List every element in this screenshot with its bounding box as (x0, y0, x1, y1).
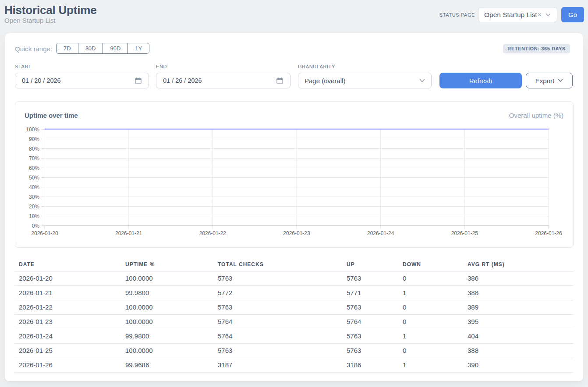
svg-text:2026-01-23: 2026-01-23 (283, 230, 310, 236)
svg-text:0%: 0% (32, 223, 40, 229)
svg-text:2026-01-22: 2026-01-22 (199, 230, 227, 236)
svg-text:2026-01-25: 2026-01-25 (451, 230, 478, 236)
svg-text:80%: 80% (29, 146, 39, 152)
svg-text:70%: 70% (29, 155, 39, 162)
svg-text:20%: 20% (29, 204, 39, 210)
svg-text:30%: 30% (29, 194, 39, 200)
svg-text:2026-01-26: 2026-01-26 (535, 230, 562, 236)
svg-text:50%: 50% (29, 175, 39, 181)
svg-text:2026-01-21: 2026-01-21 (115, 230, 142, 236)
svg-text:60%: 60% (29, 165, 39, 171)
svg-text:90%: 90% (29, 136, 39, 142)
svg-text:100%: 100% (26, 127, 39, 133)
svg-text:40%: 40% (29, 184, 39, 190)
svg-text:10%: 10% (29, 213, 39, 219)
svg-text:2026-01-20: 2026-01-20 (31, 230, 58, 236)
svg-text:2026-01-24: 2026-01-24 (367, 230, 394, 236)
